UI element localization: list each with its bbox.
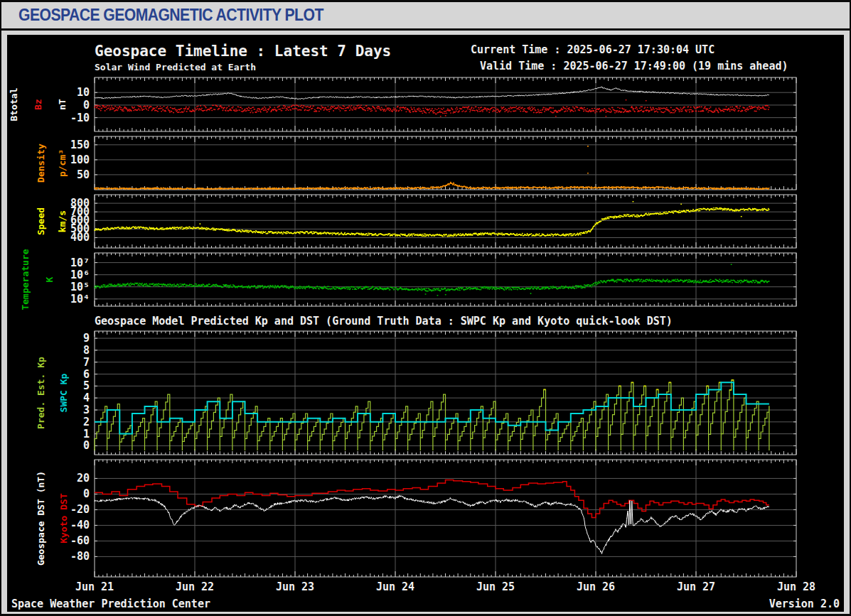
y-tick-label-dst: -80 [70, 550, 90, 563]
header-bar: GEOSPACE GEOMAGNETIC ACTIVITY PLOT [1, 2, 850, 28]
y-tick-label-density: 50 [77, 168, 90, 181]
page: GEOSPACE GEOMAGNETIC ACTIVITY PLOT Geosp… [0, 0, 851, 616]
panel-imf: 100-10BtotalBznT [9, 77, 796, 131]
y-tick-label-kp: 0 [83, 439, 90, 452]
y-tick-label-dst: -40 [70, 519, 90, 531]
y-tick-label-kp: 5 [83, 379, 90, 392]
series-kyoto-dst [95, 480, 769, 518]
x-tick-label: Jun 25 [476, 580, 515, 593]
axis-label-geospace-dst-nt-: Geospace DST (nT) [36, 471, 46, 566]
axis-label-nt: nT [57, 99, 68, 110]
y-tick-label-imf: -10 [70, 112, 90, 124]
y-tick-label-density: 100 [70, 153, 90, 166]
y-tick-label-kp: 7 [83, 356, 90, 369]
x-tick-label: Jun 22 [176, 580, 214, 593]
x-tick-label: Jun 26 [577, 580, 615, 593]
axis-label-kyoto-dst: Kyoto DST [58, 493, 69, 544]
valid-time: Valid Time : 2025-06-27 17:49:00 (19 min… [480, 60, 788, 72]
panel-dst: 200-20-40-60-80Geospace DST (nT)Kyoto DS… [36, 460, 796, 577]
y-tick-label-temperature: 10⁵ [70, 281, 90, 293]
axis-label-km-s: km/s [57, 210, 68, 232]
axis-label-temperature: Temperature [20, 249, 31, 310]
axis-label-k: K [44, 276, 55, 282]
plot-area: Geospace Timeline : Latest 7 DaysCurrent… [7, 35, 844, 612]
y-tick-label-temperature: 10⁷ [70, 256, 90, 269]
axis-label-p-cm-: p/cm³ [57, 149, 68, 177]
series-speed [95, 202, 769, 237]
y-tick-label-kp: 2 [83, 416, 90, 428]
panel-speed: 800700600500400Speedkm/s [36, 195, 796, 248]
x-tick-label: Jun 23 [276, 580, 314, 593]
series-density [95, 146, 769, 189]
y-tick-label-dst: 0 [83, 487, 90, 500]
y-tick-label-speed: 400 [70, 231, 90, 244]
x-tick-label: Jun 27 [677, 580, 715, 593]
series-pred-est-kp-high [544, 380, 734, 390]
footer-left: Space Weather Prediction Center [11, 598, 210, 610]
y-tick-label-imf: 0 [83, 99, 90, 112]
panel-temperature: 10⁷10⁶10⁵10⁴TemperatureK [20, 249, 796, 310]
y-tick-label-kp: 3 [83, 404, 90, 416]
footer-right: Version 2.0 [769, 598, 840, 610]
x-tick-label: Jun 24 [376, 580, 414, 593]
x-tick-label: Jun 21 [75, 580, 114, 593]
y-tick-label-temperature: 10⁴ [70, 293, 90, 306]
y-tick-label-dst: 20 [77, 472, 90, 485]
series-geospace-dst [95, 495, 769, 554]
page-title: GEOSPACE GEOMAGNETIC ACTIVITY PLOT [18, 6, 323, 25]
y-tick-label-kp: 9 [83, 332, 90, 345]
series-temperature [95, 264, 769, 296]
geospace-activity-chart: Geospace Timeline : Latest 7 DaysCurrent… [7, 35, 844, 612]
kp-dst-section-title: Geospace Model Predicted Kp and DST (Gro… [95, 315, 673, 328]
series-bz [95, 100, 769, 117]
y-tick-label-kp: 4 [83, 391, 90, 404]
axis-label-density: Density [36, 144, 46, 183]
plot-subtitle: Solar Wind Predicted at Earth [95, 62, 256, 72]
axis-label-bz: Bz [33, 99, 43, 110]
panel-density: 15010050Densityp/cm³ [36, 136, 796, 190]
y-tick-label-kp: 8 [83, 344, 90, 357]
series-pred-est-kp [95, 380, 769, 450]
axis-label-pred-est-kp: Pred. Est. Kp [36, 357, 46, 429]
axis-label-swpc-kp: SWPC Kp [58, 373, 69, 412]
axis-label-btotal: Btotal [9, 88, 19, 121]
y-tick-label-dst: -60 [70, 534, 90, 547]
series-swpc-kp [95, 382, 769, 433]
y-tick-label-kp: 6 [83, 368, 90, 381]
y-tick-label-dst: -20 [70, 503, 90, 516]
y-tick-label-kp: 1 [83, 428, 90, 441]
current-time: Current Time : 2025-06-27 17:30:04 UTC [471, 43, 714, 56]
panel-kp: 9876543210Pred. Est. KpSWPC Kp [36, 331, 796, 455]
header-divider [1, 28, 850, 31]
plot-title: Geospace Timeline : Latest 7 Days [95, 43, 391, 60]
x-tick-label: Jun 28 [777, 580, 815, 593]
axis-label-speed: Speed [36, 207, 46, 235]
series-btotal [95, 87, 769, 99]
y-tick-label-temperature: 10⁶ [70, 269, 90, 281]
y-tick-label-imf: 10 [77, 86, 90, 99]
y-tick-label-density: 150 [70, 139, 90, 151]
